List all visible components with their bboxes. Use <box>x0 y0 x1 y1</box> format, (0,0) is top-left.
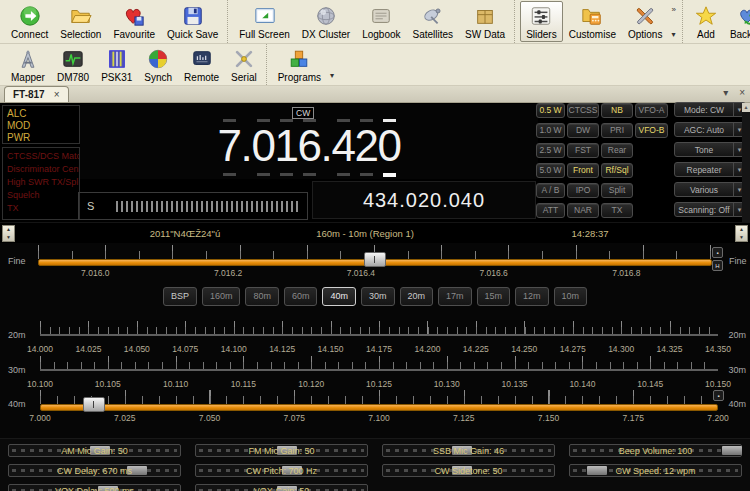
frequency-digit[interactable]: 1 <box>275 118 298 177</box>
toolbar-button-psk31[interactable]: PSK31 <box>95 44 138 85</box>
toolbar-button-satellites[interactable]: Satellites <box>407 1 460 42</box>
slider-vox-gain[interactable]: VOX Gain: 50 <box>195 484 368 491</box>
band-button-40m[interactable]: 40m <box>322 287 356 306</box>
radio-button-1-0-w[interactable]: 1.0 W <box>536 123 565 138</box>
band-button-bsp[interactable]: BSP <box>163 287 197 306</box>
dropdown-various[interactable]: Various▾ <box>674 182 746 197</box>
slider-cw-sidetone[interactable]: CW Sidetone: 50 <box>382 464 555 477</box>
scroll-up-icon[interactable]: ▲ <box>742 103 750 112</box>
panel-scrollbar[interactable]: ▲ <box>742 103 750 222</box>
zoom-button[interactable]: ▪ <box>713 390 724 401</box>
radio-button-nar[interactable]: NAR <box>567 203 599 218</box>
tab-menu-icon[interactable]: ▾ <box>723 87 728 98</box>
radio-button-vfo-b[interactable]: VFO-B <box>635 123 668 138</box>
active-band-bar[interactable] <box>40 404 718 411</box>
radio-button-split[interactable]: Split <box>601 183 633 198</box>
frequency-digit[interactable]: 4 <box>332 118 355 177</box>
band-button-15m[interactable]: 15m <box>477 287 511 306</box>
spinner-up-icon[interactable]: ▲ <box>736 226 747 234</box>
toolbar-button-customise[interactable]: Customise <box>563 1 622 42</box>
fine-tuning-track[interactable]: 7.016.07.016.27.016.47.016.67.016.8 <box>38 245 712 285</box>
band-button-160m[interactable]: 160m <box>202 287 241 306</box>
band-tuning-handle[interactable] <box>83 397 105 412</box>
slider-cw-pitch[interactable]: CW Pitch: 700 Hz <box>195 464 368 477</box>
toolbar-button-remote[interactable]: Remote <box>178 44 225 85</box>
radio-button-a-b[interactable]: A / B <box>536 183 565 198</box>
toolbar-button-sw-data[interactable]: SW Data <box>459 1 511 42</box>
toolbar-button-selection[interactable]: Selection <box>54 1 107 42</box>
radio-button-pri[interactable]: PRI <box>601 123 633 138</box>
toolbar-button-full-screen[interactable]: Full Screen <box>233 1 296 42</box>
spinner-up-icon[interactable]: ▲ <box>3 226 14 234</box>
band-button-17m[interactable]: 17m <box>438 287 472 306</box>
frequency-digit[interactable]: 0 <box>378 118 401 177</box>
tab-ft817[interactable]: FT-817 × <box>4 86 69 102</box>
radio-button-0-5-w[interactable]: 0.5 W <box>536 103 565 118</box>
toolbar-overflow-chevron-icon[interactable]: » <box>671 5 675 14</box>
zoom-in-button[interactable]: ▪ <box>712 247 723 258</box>
frequency-digit[interactable]: 0 <box>252 118 275 177</box>
spinner-down-icon[interactable]: ▼ <box>736 234 747 242</box>
toolbar-button-dm780[interactable]: DM780 <box>51 44 95 85</box>
left-spinner[interactable]: ▲ ▼ <box>2 225 15 242</box>
right-spinner[interactable]: ▲ ▼ <box>735 225 748 242</box>
band-button-20m[interactable]: 20m <box>400 287 434 306</box>
band-button-80m[interactable]: 80m <box>245 287 279 306</box>
band-button-60m[interactable]: 60m <box>284 287 318 306</box>
frequency-separator[interactable]: . <box>321 118 332 177</box>
tab-close-icon[interactable]: × <box>54 89 60 100</box>
tabbar-close-icon[interactable]: × <box>739 87 745 98</box>
frequency-digit[interactable]: 2 <box>355 118 378 177</box>
radio-button-rear[interactable]: Rear <box>601 143 633 158</box>
sub-frequency-display[interactable]: 434.020.040 <box>312 181 536 219</box>
slider-am-mic-gain[interactable]: AM Mic Gain: 50 <box>8 444 181 457</box>
toolbar-button-backup[interactable]: Backup <box>724 1 750 42</box>
radio-button-front[interactable]: Front <box>567 163 599 178</box>
slider-vox-delay[interactable]: VOX Delay: 500 ms <box>8 484 181 491</box>
radio-button-tx[interactable]: TX <box>601 203 633 218</box>
toolbar-button-mapper[interactable]: Mapper <box>5 44 51 85</box>
radio-button-ipo[interactable]: IPO <box>567 183 599 198</box>
radio-button-vfo-a[interactable]: VFO-A <box>635 103 668 118</box>
frequency-separator[interactable]: . <box>241 118 252 177</box>
radio-button-rf-sql[interactable]: Rf/Sql <box>601 163 633 178</box>
toolbar-button-programs[interactable]: Programs <box>272 44 327 85</box>
slider-fm-mic-gain[interactable]: FM Mic Gain: 50 <box>195 444 368 457</box>
frequency-digit[interactable]: 7 <box>218 118 241 177</box>
toolbar-button-add[interactable]: Add <box>688 1 724 42</box>
spinner-down-icon[interactable]: ▼ <box>3 234 14 242</box>
slider-ssb-mic-gain[interactable]: SSB Mic Gain: 46 <box>382 444 555 457</box>
toolbar-button-synch[interactable]: Synch <box>138 44 178 85</box>
toolbar-button-sliders[interactable]: Sliders <box>520 1 563 42</box>
radio-button-5-0-w[interactable]: 5.0 W <box>536 163 565 178</box>
dropdown-repeater[interactable]: Repeater▾ <box>674 162 746 177</box>
toolbar-button-dx-cluster[interactable]: DX Cluster <box>296 1 356 42</box>
dropdown-agc-auto[interactable]: AGC: Auto▾ <box>674 122 746 137</box>
frequency-digit[interactable]: 6 <box>298 118 321 177</box>
radio-button-nb[interactable]: NB <box>601 103 633 118</box>
slider-cw-speed[interactable]: CW Speed: 12 wpm <box>569 464 742 477</box>
toolbar-button-serial[interactable]: Serial <box>225 44 263 85</box>
slider-cw-delay[interactable]: CW Delay: 670 ms <box>8 464 181 477</box>
dropdown-tone[interactable]: Tone▾ <box>674 142 746 157</box>
band-button-12m[interactable]: 12m <box>515 287 549 306</box>
band-button-10m[interactable]: 10m <box>554 287 588 306</box>
radio-button-dw[interactable]: DW <box>567 123 599 138</box>
dropdown-mode-cw[interactable]: Mode: CW▾ <box>674 102 746 117</box>
chevron-down-icon[interactable]: ▾ <box>671 30 675 39</box>
dropdown-scanning-off[interactable]: Scanning: Off▾ <box>674 202 746 217</box>
radio-button-ctcss[interactable]: CTCSS <box>567 103 599 118</box>
toolbar-button-connect[interactable]: Connect <box>5 1 54 42</box>
zoom-out-button[interactable]: H <box>712 260 723 271</box>
toolbar-button-options[interactable]: Options <box>622 1 668 42</box>
fine-tuning-handle[interactable] <box>364 252 386 267</box>
toolbar-button-favourite[interactable]: Favourite <box>107 1 161 42</box>
band-scale-track[interactable]: 7.0007.0257.0507.0757.1007.1257.1507.175… <box>40 390 718 430</box>
slider-beep-volume[interactable]: Beep Volume: 100 <box>569 444 742 457</box>
radio-button-fst[interactable]: FST <box>567 143 599 158</box>
chevron-down-icon[interactable]: ▾ <box>327 71 337 85</box>
toolbar-button-logbook[interactable]: Logbook <box>356 1 406 42</box>
toolbar-button-quick-save[interactable]: Quick Save <box>161 1 224 42</box>
band-button-30m[interactable]: 30m <box>361 287 395 306</box>
radio-button-att[interactable]: ATT <box>536 203 565 218</box>
